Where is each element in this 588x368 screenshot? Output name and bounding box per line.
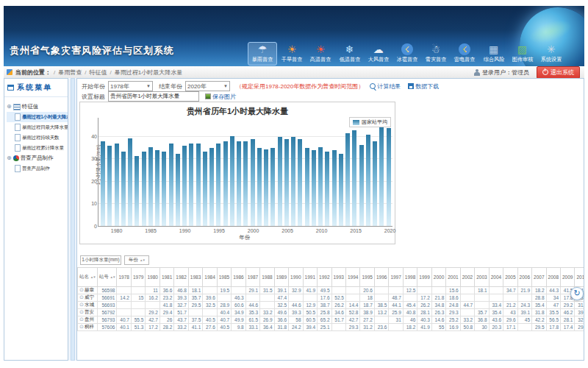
header-year-1982[interactable]: 1982: [174, 268, 188, 287]
chart-title-input[interactable]: [108, 91, 199, 102]
value-cell-桐梓-1993: [331, 324, 345, 331]
header-year-2001[interactable]: 2001: [446, 268, 460, 287]
header-year-1994[interactable]: 1994: [345, 268, 359, 287]
toolbar-item-低温普查[interactable]: ❄低温普查: [336, 42, 364, 66]
logout-button[interactable]: 退出系统: [537, 66, 580, 79]
list-icon: [13, 104, 21, 110]
row-expander-icon[interactable]: ⊙: [79, 302, 84, 307]
sidebar-item-暴雨过程累计降水量[interactable]: 暴雨过程累计降水量: [7, 143, 68, 153]
value-cell-盘州-1995: 27.2: [360, 316, 374, 324]
toolbar-item-暴雨普查[interactable]: ☂暴雨普查: [248, 42, 277, 66]
header-year-1989[interactable]: 1989: [274, 268, 288, 287]
value-cell-桐梓-1978: 40.1: [117, 324, 131, 331]
header-year-2009[interactable]: 2009: [561, 268, 575, 287]
chart-title: 贵州省历年1小时最大降水量: [80, 106, 395, 117]
header-year-1990[interactable]: 1990: [289, 268, 303, 287]
sidebar-group-普查产品制作[interactable]: ⊕普查产品制作: [7, 153, 68, 163]
header-year-2003[interactable]: 2003: [475, 268, 489, 287]
header-year-1980[interactable]: 1980: [146, 268, 159, 287]
year-sort-button[interactable]: 年份 ▲▼: [124, 255, 149, 265]
station-name-cell[interactable]: ⊙水城: [78, 302, 98, 309]
header-year-1992[interactable]: 1992: [318, 268, 331, 287]
header-year-1986[interactable]: 1986: [232, 268, 245, 287]
toolbar-item-label: 雷电普查: [454, 56, 476, 63]
header-year-2008[interactable]: 2008: [546, 268, 560, 287]
sidebar-group-特征值[interactable]: ⊕特征值: [7, 102, 68, 112]
row-expander-icon[interactable]: ⊙: [79, 294, 84, 300]
row-expander-icon[interactable]: ⊙: [79, 324, 84, 329]
header-year-1998[interactable]: 1998: [403, 268, 417, 287]
table-header-row: 站名 ▲▼站号 ▲▼197819791980198119821983198419…: [78, 268, 585, 287]
header-year-1991[interactable]: 1991: [303, 268, 317, 287]
header-year-1984[interactable]: 1984: [203, 268, 217, 287]
header-year-1999[interactable]: 1999: [417, 268, 431, 287]
toolbar-item-干旱普查[interactable]: ☀干旱普查: [278, 42, 306, 66]
sidebar-item-普查产品制作[interactable]: 普查产品制作: [7, 163, 68, 174]
toolbar-item-系统设置[interactable]: ✳系统设置: [537, 42, 565, 66]
metric-filter-button[interactable]: 1小时降水量(mm): [80, 255, 121, 265]
end-year-select[interactable]: 2020年 ▼: [185, 81, 230, 91]
header-year-1987[interactable]: 1987: [245, 268, 259, 287]
header-year-1995[interactable]: 1995: [360, 268, 374, 287]
value-cell-盘州-1981: 26: [159, 316, 173, 324]
chart-legend[interactable]: 国家站平均: [349, 117, 391, 127]
sidebar-item-暴雨过程持续天数[interactable]: 暴雨过程持续天数: [7, 132, 68, 143]
breadcrumb-item-2[interactable]: 特征值: [89, 68, 107, 77]
sidebar-item-暴雨过程1小时最大降水量[interactable]: 暴雨过程1小时最大降水量: [7, 112, 68, 122]
sidebar-item-暴雨过程日最大降水量[interactable]: 暴雨过程日最大降水量: [7, 122, 68, 132]
station-name-cell[interactable]: ⊙桐梓: [78, 324, 98, 331]
station-name-cell[interactable]: ⊙威宁: [78, 294, 98, 302]
header-year-2004[interactable]: 2004: [489, 268, 503, 287]
header-year-1993[interactable]: 1993: [331, 268, 345, 287]
tree-expander-icon[interactable]: ⊕: [7, 104, 12, 110]
start-year-select[interactable]: 1978年 ▼: [108, 81, 153, 91]
header-year-1985[interactable]: 1985: [217, 268, 231, 287]
row-expander-icon[interactable]: ⊙: [79, 309, 84, 314]
toolbar-item-雷电普查[interactable]: ☇雷电普查: [451, 42, 478, 66]
station-name-cell[interactable]: ⊙普安: [78, 309, 98, 316]
header-year-2000[interactable]: 2000: [431, 268, 445, 287]
toolbar-item-冰雹普查[interactable]: ☇冰雹普查: [393, 42, 421, 66]
table-row-盘州: ⊙盘州5679340.755.542.72643.737.540.540.749…: [78, 316, 585, 324]
header-year-1988[interactable]: 1988: [260, 268, 274, 287]
tree-expander-icon[interactable]: ⊕: [7, 155, 12, 161]
header-year-1979[interactable]: 1979: [131, 268, 145, 287]
header-year-2007[interactable]: 2007: [532, 268, 546, 287]
header-year-1981[interactable]: 1981: [159, 268, 173, 287]
refresh-button[interactable]: ↻: [570, 287, 584, 300]
data-download-button[interactable]: 数据下载: [408, 82, 439, 91]
header-year-2005[interactable]: 2005: [503, 268, 517, 287]
header-station-id[interactable]: 站号 ▲▼: [97, 268, 117, 287]
row-expander-icon[interactable]: ⊙: [79, 316, 84, 322]
bar-1984: [142, 152, 146, 226]
toolbar-item-雪灾普查[interactable]: ☃雪灾普查: [422, 42, 450, 66]
station-name-cell[interactable]: ⊙赫章: [78, 287, 98, 294]
breadcrumb-item-3[interactable]: 暴雨过程1小时最大降水量: [115, 68, 182, 77]
value-cell-普安-2010: 39.1: [575, 309, 584, 316]
station-name-cell[interactable]: ⊙盘州: [78, 316, 98, 324]
save-image-button[interactable]: 保存图片: [205, 93, 236, 101]
toolbar-item-综合风险[interactable]: ▦综合风险: [480, 42, 508, 66]
login-user-text: 登录用户：管理员: [482, 68, 529, 77]
header-station-name[interactable]: 站名 ▲▼: [78, 268, 98, 287]
toolbar-item-大风普查[interactable]: ☁大风普查: [365, 42, 392, 66]
header-year-2010[interactable]: 2010: [575, 268, 584, 287]
value-cell-盘州-1998: 46: [403, 316, 417, 324]
calculate-button[interactable]: 计算结果: [370, 82, 401, 91]
toolbar-item-高温普查[interactable]: ☀高温普查: [306, 42, 334, 66]
header-year-1996[interactable]: 1996: [374, 268, 388, 287]
toolbar-item-图件审核[interactable]: ▨图件审核: [509, 42, 537, 66]
table-body: ⊙赫章565981136.646.818.119.529.131.539.132…: [78, 287, 585, 331]
bar-2011: [325, 152, 329, 226]
value-cell-桐梓-1987: 33.1: [245, 324, 259, 331]
header-year-1983[interactable]: 1983: [188, 268, 202, 287]
header-year-2002[interactable]: 2002: [460, 268, 474, 287]
sidebar-collapse-handle[interactable]: [71, 78, 75, 361]
value-cell-赫章-1982: 46.8: [174, 287, 188, 294]
header-year-2006[interactable]: 2006: [517, 268, 531, 287]
row-expander-icon[interactable]: ⊙: [79, 287, 84, 292]
value-cell-水城-1997: 44.1: [389, 302, 403, 309]
header-year-1978[interactable]: 1978: [117, 268, 131, 287]
breadcrumb-item-1[interactable]: 暴雨普查: [58, 68, 82, 77]
header-year-1997[interactable]: 1997: [389, 268, 403, 287]
